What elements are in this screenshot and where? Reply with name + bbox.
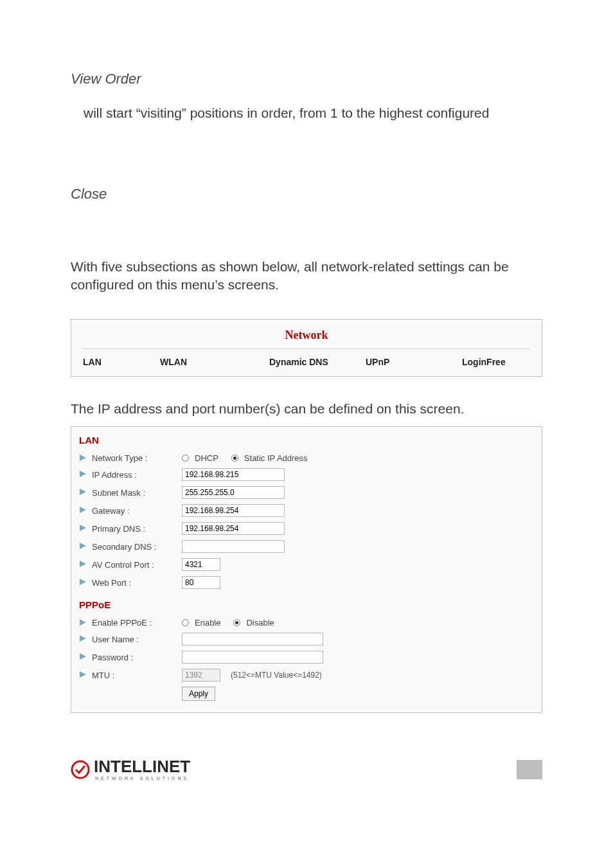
- bullet-icon: [79, 671, 88, 680]
- input-subnet-mask[interactable]: [182, 486, 285, 499]
- view-order-body: will start “visiting” positions in order…: [71, 104, 542, 122]
- brand-logo: INTELLINET NETWORK SOLUTIONS: [71, 758, 190, 781]
- label-gateway: Gateway :: [92, 506, 182, 516]
- input-gateway[interactable]: [182, 504, 285, 517]
- radio-pppoe-enable-label: Enable: [195, 618, 220, 628]
- radio-dhcp-label: DHCP: [195, 453, 218, 463]
- row-network-type: Network Type : DHCP Static IP Address: [79, 451, 534, 466]
- tab-lan[interactable]: LAN: [83, 357, 160, 367]
- tab-wlan[interactable]: WLAN: [160, 357, 269, 367]
- logo-mark-icon: [71, 760, 90, 779]
- row-web-port: Web Port :: [79, 574, 534, 592]
- logo-tagline: NETWORK SOLUTIONS: [94, 776, 190, 781]
- network-title: Network: [71, 320, 542, 348]
- input-av-port[interactable]: [182, 558, 220, 571]
- input-mtu: [182, 669, 220, 682]
- network-intro: With five subsections as shown below, al…: [71, 258, 542, 293]
- bullet-icon: [79, 578, 88, 587]
- radio-static-ip-label: Static IP Address: [244, 453, 308, 463]
- input-password[interactable]: [182, 651, 323, 664]
- logo-brand: INTELLINET: [94, 758, 190, 775]
- radio-static-ip[interactable]: [231, 455, 238, 462]
- label-enable-pppoe: Enable PPPoE :: [92, 618, 182, 628]
- view-order-heading: View Order: [71, 71, 542, 87]
- radio-pppoe-disable-label: Disable: [246, 618, 274, 628]
- row-enable-pppoe: Enable PPPoE : Enable Disable: [79, 615, 534, 630]
- tab-dynamic-dns[interactable]: Dynamic DNS: [269, 357, 366, 367]
- tab-loginfree[interactable]: LoginFree: [462, 357, 506, 367]
- row-apply: Apply: [79, 684, 534, 703]
- lan-config-figure: LAN Network Type : DHCP Static IP Addres…: [71, 426, 542, 713]
- row-gateway: Gateway :: [79, 502, 534, 520]
- lan-section-label: LAN: [79, 435, 534, 446]
- bullet-icon: [79, 560, 88, 569]
- bullet-icon: [79, 524, 88, 533]
- bullet-icon: [79, 635, 88, 644]
- row-subnet-mask: Subnet Mask :: [79, 484, 534, 502]
- page-marker: [517, 760, 542, 779]
- input-web-port[interactable]: [182, 576, 220, 589]
- label-secondary-dns: Secondary DNS :: [92, 542, 182, 552]
- label-network-type: Network Type :: [92, 453, 182, 463]
- label-ip-address: IP Address :: [92, 470, 182, 480]
- bullet-icon: [79, 619, 88, 628]
- row-username: User Name :: [79, 630, 534, 648]
- row-primary-dns: Primary DNS :: [79, 520, 534, 538]
- radio-pppoe-disable[interactable]: [233, 619, 240, 626]
- apply-button[interactable]: Apply: [182, 687, 215, 701]
- svg-point-0: [72, 761, 89, 778]
- pppoe-section-label: PPPoE: [79, 599, 534, 610]
- label-web-port: Web Port :: [92, 578, 182, 588]
- label-primary-dns: Primary DNS :: [92, 524, 182, 534]
- label-av-port: AV Control Port :: [92, 560, 182, 570]
- label-username: User Name :: [92, 635, 182, 644]
- label-mtu: MTU :: [92, 671, 182, 680]
- input-primary-dns[interactable]: [182, 522, 285, 535]
- radio-dhcp[interactable]: [182, 455, 189, 462]
- tab-upnp[interactable]: UPnP: [366, 357, 462, 367]
- bullet-icon: [79, 470, 88, 479]
- network-tabs-figure: Network LAN WLAN Dynamic DNS UPnP LoginF…: [71, 319, 542, 377]
- row-av-control-port: AV Control Port :: [79, 556, 534, 574]
- mtu-hint: (512<=MTU Value<=1492): [231, 671, 322, 680]
- radio-pppoe-enable[interactable]: [182, 619, 189, 626]
- label-password: Password :: [92, 653, 182, 662]
- input-secondary-dns[interactable]: [182, 540, 285, 553]
- lan-intro: The IP address and port number(s) can be…: [71, 400, 542, 417]
- input-username[interactable]: [182, 633, 323, 646]
- label-subnet-mask: Subnet Mask :: [92, 488, 182, 498]
- bullet-icon: [79, 653, 88, 662]
- bullet-icon: [79, 454, 88, 463]
- input-ip-address[interactable]: [182, 468, 285, 481]
- row-password: Password :: [79, 648, 534, 666]
- divider: [83, 348, 530, 349]
- bullet-icon: [79, 506, 88, 515]
- close-heading: Close: [71, 186, 542, 203]
- row-ip-address: IP Address :: [79, 466, 534, 484]
- bullet-icon: [79, 488, 88, 497]
- bullet-icon: [79, 542, 88, 551]
- row-mtu: MTU : (512<=MTU Value<=1492): [79, 666, 534, 684]
- row-secondary-dns: Secondary DNS :: [79, 538, 534, 556]
